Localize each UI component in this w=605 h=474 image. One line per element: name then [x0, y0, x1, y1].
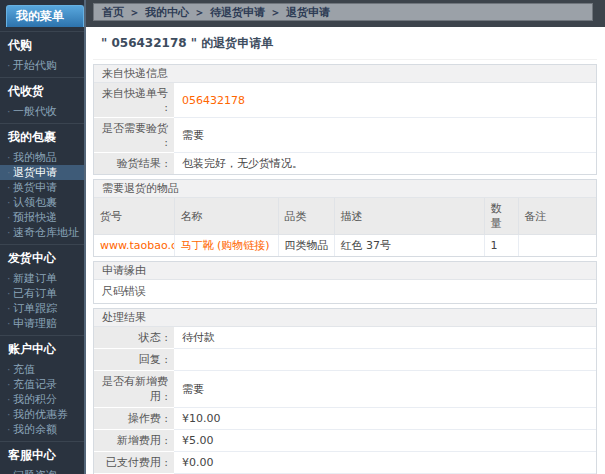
item-url-link[interactable]: www.taobao.com [100, 239, 174, 252]
sidebar-group-service-center: 客服中心 [0, 441, 84, 468]
sidebar-menu-title: 我的菜单 [6, 5, 84, 27]
result-row-extra-fee-needed: 是否有新增费用 : 需要 [94, 371, 596, 408]
col-category: 品类 [278, 198, 334, 235]
tracking-number-value: 056432178 [174, 83, 596, 118]
inspection-result-value: 包装完好，无少货情况。 [174, 153, 596, 174]
extra-fee-needed-value: 需要 [174, 371, 596, 408]
table-row: www.taobao.com 马丁靴 (购物链接) 四类物品 红色 37号 1 [94, 235, 596, 257]
field-label: 已支付费用 : [94, 452, 174, 474]
return-items-title: 需要退货的物品 [94, 180, 596, 198]
col-remark: 备注 [518, 198, 596, 235]
breadcrumb-separator: ＞ [270, 5, 281, 20]
item-name: 马丁靴 [181, 239, 214, 252]
sidebar-item-my-coupons[interactable]: 我的优惠券 [0, 407, 84, 422]
page-title: " 056432178 " 的退货申请单 [93, 27, 597, 60]
result-row-new-fee: 新增费用 : ¥5.00 [94, 430, 596, 452]
sidebar-group-shipping-center: 发货中心 [0, 244, 84, 271]
col-name: 名称 [174, 198, 278, 235]
paid-fee-value: ¥0.00 [174, 452, 596, 474]
breadcrumb: 首页 ＞ 我的中心 ＞ 待退货申请 ＞ 退货申请 [93, 3, 593, 21]
sidebar-item-my-balance[interactable]: 我的余额 [0, 422, 84, 437]
sidebar-item-start-proxy-buy[interactable]: 开始代购 [0, 58, 84, 73]
sidebar-item-recharge-records[interactable]: 充值记录 [0, 377, 84, 392]
reason-section: 申请缘由 尺码错误 [93, 261, 597, 304]
sidebar-group-my-packages: 我的包裹 [0, 123, 84, 150]
item-quantity: 1 [484, 235, 518, 257]
breadcrumb-separator: ＞ [194, 5, 205, 20]
reason-title: 申请缘由 [94, 262, 596, 280]
sidebar-item-question-consult[interactable]: 问题咨询 [0, 468, 84, 474]
breadcrumb-home[interactable]: 首页 [102, 5, 124, 20]
shop-link[interactable]: (购物链接) [217, 239, 270, 252]
express-info-title: 来自快递信息 [94, 65, 596, 83]
item-remark [518, 235, 596, 257]
result-row-paid-fee: 已支付费用 : ¥0.00 [94, 452, 596, 474]
field-label: 是否有新增费用 : [94, 371, 174, 408]
reply-value [174, 349, 596, 371]
result-row-operation-fee: 操作费 : ¥10.00 [94, 408, 596, 430]
main-content: " 056432178 " 的退货申请单 来自快递信息 来自快递单号 : 056… [86, 27, 605, 474]
field-label: 验货结果 : [94, 153, 174, 174]
col-item-no: 货号 [94, 198, 174, 235]
top-bar: 首页 ＞ 我的中心 ＞ 待退货申请 ＞ 退货申请 [86, 0, 605, 27]
sidebar-item-warehouse-address[interactable]: 速奇仓库地址 [0, 225, 84, 240]
sidebar-item-existing-orders[interactable]: 已有订单 [0, 286, 84, 301]
sidebar-item-my-points[interactable]: 我的积分 [0, 392, 84, 407]
sidebar: 我的菜单 代购 开始代购 代收货 一般代收 我的包裹 我的物品 退货申请 换货申… [0, 0, 86, 474]
col-quantity: 数量 [484, 198, 518, 235]
sidebar-item-forecast-express[interactable]: 预报快递 [0, 210, 84, 225]
sidebar-item-new-order[interactable]: 新建订单 [0, 271, 84, 286]
sidebar-item-claim-package[interactable]: 认领包裹 [0, 195, 84, 210]
field-label: 状态 : [94, 327, 174, 349]
field-label: 是否需要验货 : [94, 118, 174, 153]
col-description: 描述 [334, 198, 484, 235]
item-description: 红色 37号 [334, 235, 484, 257]
result-title: 处理结果 [94, 309, 596, 327]
express-row-inspection-result: 验货结果 : 包装完好，无少货情况。 [94, 153, 596, 174]
breadcrumb-pending-returns[interactable]: 待退货申请 [210, 5, 265, 20]
sidebar-item-general-receiving[interactable]: 一般代收 [0, 104, 84, 119]
new-fee-value: ¥5.00 [174, 430, 596, 452]
field-label: 回复 : [94, 349, 174, 371]
sidebar-item-return-request[interactable]: 退货申请 [0, 165, 84, 180]
field-label: 新增费用 : [94, 430, 174, 452]
sidebar-group-account-center: 账户中心 [0, 335, 84, 362]
express-row-inspection-needed: 是否需要验货 : 需要 [94, 118, 596, 153]
sidebar-item-exchange-request[interactable]: 换货申请 [0, 180, 84, 195]
breadcrumb-my-center[interactable]: 我的中心 [145, 5, 189, 20]
result-row-reply: 回复 : [94, 349, 596, 371]
sidebar-group-daigou: 代购 [0, 31, 84, 58]
sidebar-item-my-items[interactable]: 我的物品 [0, 150, 84, 165]
breadcrumb-separator: ＞ [129, 5, 140, 20]
express-info-section: 来自快递信息 来自快递单号 : 056432178 是否需要验货 : 需要 验货… [93, 64, 597, 175]
table-header-row: 货号 名称 品类 描述 数量 备注 [94, 198, 596, 235]
operation-fee-value: ¥10.00 [174, 408, 596, 430]
status-value: 待付款 [174, 327, 596, 349]
sidebar-item-order-tracking[interactable]: 订单跟踪 [0, 301, 84, 316]
result-row-status: 状态 : 待付款 [94, 327, 596, 349]
return-items-table: 货号 名称 品类 描述 数量 备注 www.taobao.com 马丁靴 (购物… [94, 198, 596, 256]
sidebar-item-claim-compensation[interactable]: 申请理赔 [0, 316, 84, 331]
sidebar-item-recharge[interactable]: 充值 [0, 362, 84, 377]
express-row-tracking: 来自快递单号 : 056432178 [94, 83, 596, 118]
field-label: 来自快递单号 : [94, 83, 174, 118]
sidebar-group-receiving: 代收货 [0, 77, 84, 104]
result-section: 处理结果 状态 : 待付款 回复 : 是否有新增费用 : 需要 操作费 : ¥1… [93, 308, 597, 474]
breadcrumb-current: 退货申请 [286, 5, 330, 20]
field-label: 操作费 : [94, 408, 174, 430]
reason-content: 尺码错误 [94, 280, 596, 303]
inspection-needed-value: 需要 [174, 118, 596, 153]
return-items-section: 需要退货的物品 货号 名称 品类 描述 数量 备注 [93, 179, 597, 257]
item-category: 四类物品 [278, 235, 334, 257]
